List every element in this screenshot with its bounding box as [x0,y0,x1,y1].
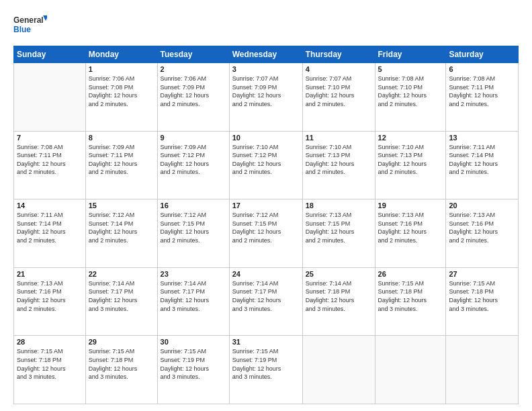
day-cell: 3Sunrise: 7:07 AM Sunset: 7:09 PM Daylig… [229,63,302,132]
svg-text:General: General [13,15,44,25]
day-info: Sunrise: 7:12 AM Sunset: 7:15 PM Dayligh… [232,211,300,244]
day-number: 20 [449,201,515,210]
col-header-tuesday: Tuesday [157,46,229,63]
day-cell: 1Sunrise: 7:06 AM Sunset: 7:08 PM Daylig… [85,63,157,132]
day-info: Sunrise: 7:10 AM Sunset: 7:12 PM Dayligh… [232,143,300,177]
day-info: Sunrise: 7:06 AM Sunset: 7:09 PM Dayligh… [161,75,226,108]
day-info: Sunrise: 7:08 AM Sunset: 7:10 PM Dayligh… [378,75,443,108]
day-number: 29 [89,338,154,346]
day-info: Sunrise: 7:12 AM Sunset: 7:15 PM Dayligh… [161,211,226,244]
day-info: Sunrise: 7:13 AM Sunset: 7:16 PM Dayligh… [449,211,515,244]
day-number: 25 [306,270,372,278]
day-info: Sunrise: 7:12 AM Sunset: 7:14 PM Dayligh… [89,211,154,244]
day-cell: 13Sunrise: 7:11 AM Sunset: 7:14 PM Dayli… [446,131,519,199]
day-cell: 23Sunrise: 7:14 AM Sunset: 7:17 PM Dayli… [157,267,229,336]
day-cell: 22Sunrise: 7:14 AM Sunset: 7:17 PM Dayli… [85,267,157,336]
day-cell: 8Sunrise: 7:09 AM Sunset: 7:11 PM Daylig… [85,131,157,199]
day-info: Sunrise: 7:15 AM Sunset: 7:19 PM Dayligh… [161,347,226,381]
day-cell: 21Sunrise: 7:13 AM Sunset: 7:16 PM Dayli… [14,267,86,336]
day-number: 24 [232,270,300,278]
day-number: 26 [378,270,443,278]
logo-svg: General Blue [13,12,47,39]
day-cell [446,336,519,404]
day-number: 30 [161,338,226,346]
day-number: 15 [89,201,154,210]
day-cell: 16Sunrise: 7:12 AM Sunset: 7:15 PM Dayli… [157,199,229,268]
day-cell: 31Sunrise: 7:15 AM Sunset: 7:19 PM Dayli… [229,336,302,404]
day-info: Sunrise: 7:11 AM Sunset: 7:14 PM Dayligh… [17,211,83,244]
day-number: 7 [17,134,83,142]
day-cell: 19Sunrise: 7:13 AM Sunset: 7:16 PM Dayli… [375,199,446,268]
svg-text:Blue: Blue [13,25,31,34]
day-info: Sunrise: 7:08 AM Sunset: 7:11 PM Dayligh… [17,143,83,177]
day-info: Sunrise: 7:07 AM Sunset: 7:10 PM Dayligh… [306,75,372,108]
day-number: 4 [306,65,372,73]
week-row-1: 1Sunrise: 7:06 AM Sunset: 7:08 PM Daylig… [14,63,519,132]
day-number: 11 [306,134,372,142]
col-header-saturday: Saturday [446,46,519,63]
day-cell: 2Sunrise: 7:06 AM Sunset: 7:09 PM Daylig… [157,63,229,132]
day-info: Sunrise: 7:14 AM Sunset: 7:17 PM Dayligh… [161,279,226,313]
day-cell: 14Sunrise: 7:11 AM Sunset: 7:14 PM Dayli… [14,199,86,268]
header-row: SundayMondayTuesdayWednesdayThursdayFrid… [14,46,519,63]
day-info: Sunrise: 7:10 AM Sunset: 7:13 PM Dayligh… [378,143,443,177]
day-cell: 4Sunrise: 7:07 AM Sunset: 7:10 PM Daylig… [302,63,375,132]
day-number: 22 [89,270,154,278]
day-info: Sunrise: 7:14 AM Sunset: 7:17 PM Dayligh… [232,279,300,313]
day-number: 9 [161,134,226,142]
day-cell: 18Sunrise: 7:13 AM Sunset: 7:15 PM Dayli… [302,199,375,268]
day-info: Sunrise: 7:13 AM Sunset: 7:15 PM Dayligh… [306,211,372,244]
day-cell: 24Sunrise: 7:14 AM Sunset: 7:17 PM Dayli… [229,267,302,336]
day-cell: 28Sunrise: 7:15 AM Sunset: 7:18 PM Dayli… [14,336,86,404]
day-cell: 9Sunrise: 7:09 AM Sunset: 7:12 PM Daylig… [157,131,229,199]
week-row-5: 28Sunrise: 7:15 AM Sunset: 7:18 PM Dayli… [14,336,519,404]
day-cell: 5Sunrise: 7:08 AM Sunset: 7:10 PM Daylig… [375,63,446,132]
col-header-wednesday: Wednesday [229,46,302,63]
day-info: Sunrise: 7:14 AM Sunset: 7:18 PM Dayligh… [306,279,372,313]
col-header-friday: Friday [375,46,446,63]
day-cell: 26Sunrise: 7:15 AM Sunset: 7:18 PM Dayli… [375,267,446,336]
day-info: Sunrise: 7:09 AM Sunset: 7:12 PM Dayligh… [161,143,226,177]
day-number: 19 [378,201,443,210]
header: General Blue [13,12,519,39]
day-cell: 11Sunrise: 7:10 AM Sunset: 7:13 PM Dayli… [302,131,375,199]
day-number: 12 [378,134,443,142]
day-info: Sunrise: 7:13 AM Sunset: 7:16 PM Dayligh… [378,211,443,244]
day-number: 21 [17,270,83,278]
day-info: Sunrise: 7:15 AM Sunset: 7:18 PM Dayligh… [17,347,83,381]
day-info: Sunrise: 7:13 AM Sunset: 7:16 PM Dayligh… [17,279,83,313]
day-cell: 29Sunrise: 7:15 AM Sunset: 7:18 PM Dayli… [85,336,157,404]
day-number: 17 [232,201,300,210]
day-info: Sunrise: 7:08 AM Sunset: 7:11 PM Dayligh… [449,75,515,108]
day-number: 18 [306,201,372,210]
svg-marker-2 [43,15,47,21]
day-number: 2 [161,65,226,73]
day-number: 27 [449,270,515,278]
week-row-2: 7Sunrise: 7:08 AM Sunset: 7:11 PM Daylig… [14,131,519,199]
day-info: Sunrise: 7:15 AM Sunset: 7:19 PM Dayligh… [232,347,300,381]
day-number: 23 [161,270,226,278]
logo: General Blue [13,12,47,39]
day-cell: 7Sunrise: 7:08 AM Sunset: 7:11 PM Daylig… [14,131,86,199]
day-info: Sunrise: 7:15 AM Sunset: 7:18 PM Dayligh… [89,347,154,381]
day-info: Sunrise: 7:07 AM Sunset: 7:09 PM Dayligh… [232,75,300,108]
day-info: Sunrise: 7:15 AM Sunset: 7:18 PM Dayligh… [378,279,443,313]
col-header-monday: Monday [85,46,157,63]
day-cell: 17Sunrise: 7:12 AM Sunset: 7:15 PM Dayli… [229,199,302,268]
day-number: 31 [232,338,300,346]
day-number: 1 [89,65,154,73]
day-cell: 15Sunrise: 7:12 AM Sunset: 7:14 PM Dayli… [85,199,157,268]
day-info: Sunrise: 7:11 AM Sunset: 7:14 PM Dayligh… [449,143,515,177]
day-info: Sunrise: 7:15 AM Sunset: 7:18 PM Dayligh… [449,279,515,313]
day-number: 16 [161,201,226,210]
day-info: Sunrise: 7:06 AM Sunset: 7:08 PM Dayligh… [89,75,154,108]
col-header-thursday: Thursday [302,46,375,63]
day-info: Sunrise: 7:10 AM Sunset: 7:13 PM Dayligh… [306,143,372,177]
page: General Blue SundayMondayTuesdayWednesda… [0,0,532,411]
day-cell: 20Sunrise: 7:13 AM Sunset: 7:16 PM Dayli… [446,199,519,268]
day-number: 14 [17,201,83,210]
day-number: 10 [232,134,300,142]
day-cell: 25Sunrise: 7:14 AM Sunset: 7:18 PM Dayli… [302,267,375,336]
day-number: 13 [449,134,515,142]
day-cell [14,63,86,132]
